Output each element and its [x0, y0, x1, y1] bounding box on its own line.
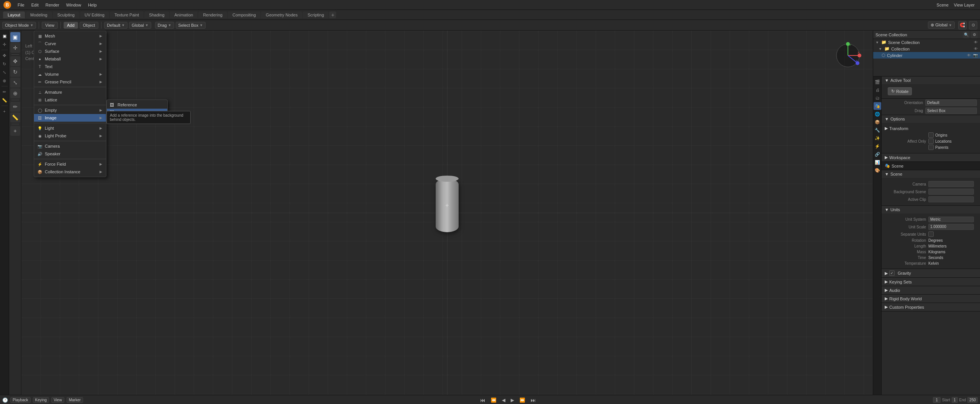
sidebar-icon-rotate[interactable]: ↻	[1, 60, 8, 68]
outliner-item-collection[interactable]: ▼ 📁 Collection 👁	[873, 46, 980, 52]
marker-label[interactable]: Marker	[67, 397, 83, 403]
rotate-tool-btn[interactable]: ↻ Rotate	[888, 87, 912, 95]
gravity-checkbox-inline[interactable]: ✓	[889, 270, 895, 276]
tab-shading[interactable]: Shading	[144, 11, 169, 18]
play-btn[interactable]: ▶	[509, 397, 516, 404]
props-icon-modifier[interactable]: 🔧	[874, 126, 881, 134]
orientation-selector[interactable]: Global ▼	[129, 22, 151, 29]
menu-item-collection-instance[interactable]: 📦 Collection Instance ▶	[34, 168, 106, 176]
viewport[interactable]: Left Orthographic (1) Collection Centime…	[21, 31, 873, 395]
custom-props-header[interactable]: ▶ Custom Properties	[882, 303, 980, 311]
menu-item-force-field[interactable]: ⚡ Force Field ▶	[34, 160, 106, 168]
submenu-item-reference[interactable]: 🖼 Reference	[107, 101, 167, 109]
outliner-options-btn[interactable]: ⚙	[971, 31, 978, 38]
unit-scale-input[interactable]: 1.000000	[928, 224, 974, 230]
locations-checkbox[interactable]	[928, 138, 934, 144]
tool-annotate[interactable]: ✏	[10, 102, 20, 112]
props-icon-scene-render[interactable]: 🎬	[874, 78, 881, 86]
props-icon-particles[interactable]: ✨	[874, 134, 881, 142]
sidebar-icon-move[interactable]: ✥	[1, 52, 8, 59]
outliner-filter-btn[interactable]: 🔍	[963, 31, 970, 38]
active-clip-input[interactable]	[928, 196, 974, 202]
options-header[interactable]: ▼ Options	[882, 115, 980, 123]
menu-item-metaball[interactable]: ● Metaball ▶	[34, 55, 106, 63]
select-box-selector[interactable]: Select Box ▼	[176, 22, 206, 29]
jump-end-btn[interactable]: ⏭	[529, 396, 537, 404]
drag-selector-field[interactable]: Select Box	[925, 108, 977, 114]
props-icon-constraints[interactable]: 🔗	[874, 150, 881, 158]
tool-transform[interactable]: ⊕	[10, 88, 20, 98]
next-keyframe-btn[interactable]: ⏩	[518, 397, 527, 404]
cylinder-object[interactable]: +	[436, 179, 459, 232]
object-menu-btn[interactable]: Object	[80, 22, 99, 29]
props-icon-physics[interactable]: ⚡	[874, 142, 881, 150]
drag-selector[interactable]: Drag ▼	[155, 22, 174, 29]
add-menu-btn[interactable]: Add	[64, 22, 78, 29]
props-icon-output[interactable]: 🖨	[874, 86, 881, 94]
menu-item-volume[interactable]: ☁ Volume ▶	[34, 70, 106, 78]
menu-item-file[interactable]: File	[15, 2, 28, 8]
timeline-view-label[interactable]: View	[51, 397, 64, 403]
sidebar-icon-cursor[interactable]: ✛	[1, 41, 8, 48]
menu-item-lattice[interactable]: ⊞ Lattice	[34, 96, 106, 104]
tab-animation[interactable]: Animation	[170, 11, 198, 18]
unit-system-selector[interactable]: Metric	[928, 217, 974, 222]
tool-cursor[interactable]: ✛	[10, 43, 20, 53]
menu-item-curve[interactable]: ⌒ Curve ▶	[34, 40, 106, 47]
origins-checkbox[interactable]	[928, 132, 934, 138]
menu-item-empty[interactable]: ◯ Empty ▶	[34, 106, 106, 114]
global-orientation-btn[interactable]: ⊕ Global ▼	[928, 21, 955, 29]
tab-sculpting[interactable]: Sculpting	[53, 11, 79, 18]
add-workspace-btn[interactable]: +	[329, 11, 336, 18]
rigid-body-header[interactable]: ▶ Rigid Body World	[882, 295, 980, 303]
menu-item-mesh[interactable]: ▦ Mesh ▶	[34, 32, 106, 40]
scene-coll-vis[interactable]: 👁	[974, 40, 978, 44]
mode-selector[interactable]: Object Mode ▼	[2, 22, 36, 29]
tab-compositing[interactable]: Compositing	[228, 11, 260, 18]
tab-layout[interactable]: Layout	[3, 11, 25, 18]
tab-uv-editing[interactable]: UV Editing	[80, 11, 109, 18]
props-icon-scene[interactable]: 🎭	[874, 102, 881, 110]
end-frame-val[interactable]: 250	[967, 397, 978, 403]
current-frame-val[interactable]: 1	[933, 397, 941, 403]
menu-item-image[interactable]: 🖼 Image ▶	[34, 114, 106, 122]
props-icon-material[interactable]: 🎨	[874, 166, 881, 174]
view-menu-item[interactable]: View	[42, 22, 58, 29]
cylinder-render[interactable]: 📷	[973, 53, 978, 57]
tab-modeling[interactable]: Modeling	[26, 11, 52, 18]
cylinder-vis[interactable]: 👁	[967, 53, 971, 57]
orientation-gizmo[interactable]: X Y Z	[835, 42, 861, 69]
keying-sets-header[interactable]: ▶ Keying Sets	[882, 278, 980, 286]
orientation-selector-field[interactable]: Default	[925, 99, 977, 106]
menu-item-camera[interactable]: 📷 Camera	[34, 142, 106, 150]
tool-rotate[interactable]: ↻	[10, 67, 20, 77]
sidebar-icon-annotate[interactable]: ✏	[1, 88, 8, 96]
start-frame-val[interactable]: 1	[952, 397, 958, 403]
separate-units-checkbox[interactable]	[928, 231, 934, 237]
outliner-item-cylinder[interactable]: ⬡ Cylinder 👁 📷	[873, 52, 980, 59]
sidebar-icon-add[interactable]: +	[1, 108, 8, 115]
sidebar-icon-measure[interactable]: 📏	[1, 96, 8, 104]
menu-item-help[interactable]: Help	[85, 2, 100, 8]
playback-label[interactable]: Playback	[10, 397, 31, 403]
menu-item-surface[interactable]: ⬡ Surface ▶	[34, 47, 106, 55]
layout-selector[interactable]: Default ▼	[104, 22, 127, 29]
play-reverse-btn[interactable]: ◀	[500, 397, 507, 404]
scene-content-header[interactable]: ▼ Scene	[882, 170, 980, 178]
menu-item-render[interactable]: Render	[42, 2, 62, 8]
parents-checkbox[interactable]	[928, 145, 934, 150]
gravity-header[interactable]: ▶ ✓ Gravity	[882, 269, 980, 277]
tool-scale[interactable]: ⤡	[10, 78, 20, 88]
proportional-btn[interactable]: ⊙	[969, 21, 977, 29]
tool-measure[interactable]: 📏	[10, 112, 20, 122]
snap-btn[interactable]: 🧲	[958, 21, 967, 29]
menu-item-window[interactable]: Window	[63, 2, 84, 8]
coll-vis[interactable]: 👁	[974, 47, 978, 51]
menu-item-light[interactable]: 💡 Light ▶	[34, 124, 106, 132]
props-icon-data[interactable]: 📊	[874, 158, 881, 166]
menu-item-grease-pencil[interactable]: ✏ Grease Pencil ▶	[34, 78, 106, 86]
keying-label[interactable]: Keying	[33, 397, 49, 403]
tab-texture-paint[interactable]: Texture Paint	[110, 11, 144, 18]
tab-scripting[interactable]: Scripting	[303, 11, 328, 18]
tab-rendering[interactable]: Rendering	[198, 11, 227, 18]
